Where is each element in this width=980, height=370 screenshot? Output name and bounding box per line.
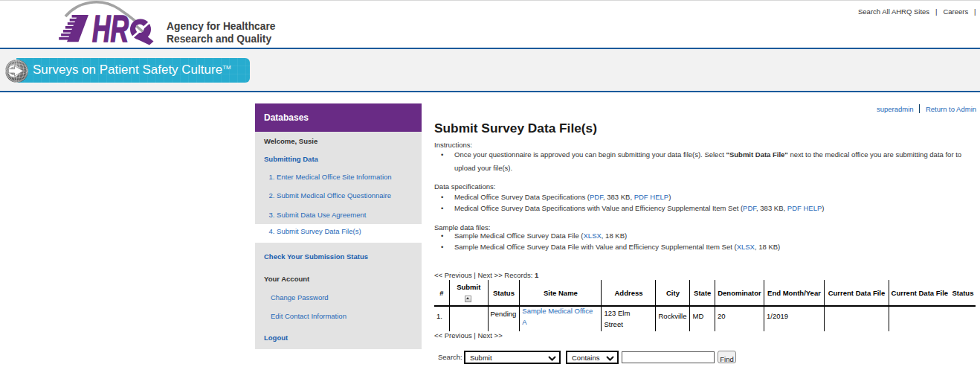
svg-text:HR: HR [92,7,129,48]
